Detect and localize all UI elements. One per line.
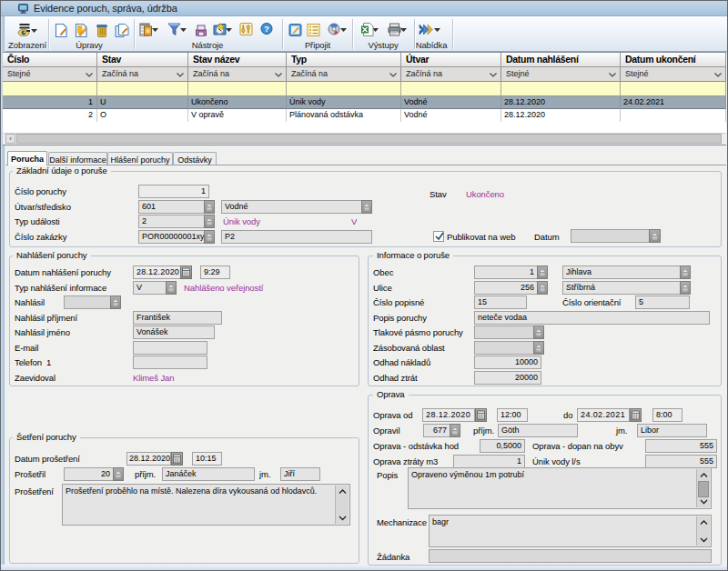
svg-text:?: ? — [264, 24, 269, 34]
